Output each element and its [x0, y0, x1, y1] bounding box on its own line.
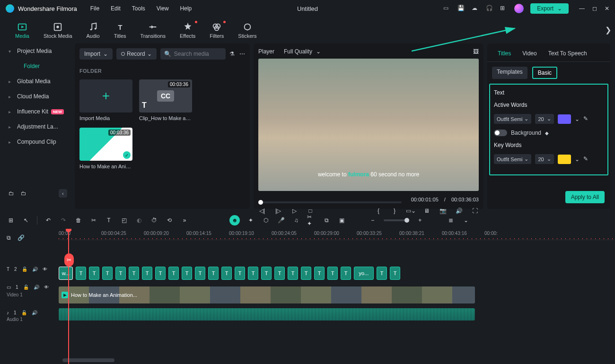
user-avatar[interactable]: [514, 4, 524, 13]
lock-icon[interactable]: 🔓: [22, 267, 27, 272]
text-clip[interactable]: T: [274, 267, 285, 280]
tool-media[interactable]: Media: [12, 20, 32, 41]
filter-icon[interactable]: ⚗: [229, 51, 235, 57]
text-clip[interactable]: yo...: [354, 267, 374, 280]
maximize-button[interactable]: ◻: [592, 5, 597, 12]
tab-video[interactable]: Video: [517, 45, 542, 61]
eyedropper-icon[interactable]: ✎: [583, 156, 591, 163]
text-clip[interactable]: T: [341, 267, 351, 280]
tree-adjustment-layer[interactable]: ▸Adjustment La...: [5, 119, 71, 134]
text-clip[interactable]: T: [195, 267, 205, 280]
video-preview[interactable]: welcome to fulmora 60 second no more: [258, 59, 479, 191]
text-clip[interactable]: T: [168, 267, 179, 280]
tool-titles[interactable]: T Titles: [111, 20, 129, 41]
text-clip[interactable]: T: [142, 267, 152, 280]
redo-button[interactable]: ↷: [59, 216, 68, 225]
text-clip[interactable]: T: [182, 267, 192, 280]
marker-icon[interactable]: ⬡: [262, 216, 270, 225]
media-tile-import[interactable]: + Import Media: [79, 79, 132, 121]
snapshot-icon[interactable]: 🖼: [473, 48, 479, 55]
zoom-out-button[interactable]: −: [369, 216, 377, 225]
audio-track[interactable]: [59, 308, 615, 321]
next-frame-button[interactable]: |▷: [274, 207, 282, 215]
zoom-in-button[interactable]: +: [416, 216, 424, 225]
tool-filters[interactable]: Filters: [207, 20, 227, 41]
display-icon[interactable]: 🖥: [423, 207, 430, 215]
folder-icon[interactable]: 🗀: [21, 190, 26, 197]
eyedropper-icon[interactable]: ✎: [583, 115, 591, 123]
text-clip[interactable]: T: [235, 267, 245, 280]
magnet-icon[interactable]: ⧉: [7, 234, 11, 239]
fullscreen-icon[interactable]: ⛶: [471, 207, 479, 215]
tool-effects[interactable]: Effects: [177, 20, 198, 41]
lock-icon[interactable]: 🔓: [23, 285, 29, 290]
crop-button[interactable]: ◰: [120, 216, 128, 225]
media-tile-video[interactable]: 00:03:36 ✓ How to Make an Anim...: [79, 128, 132, 169]
font-size-dropdown-kw[interactable]: 20⌄: [535, 154, 554, 164]
menu-view[interactable]: View: [157, 5, 169, 12]
text-clip[interactable]: T: [261, 267, 272, 280]
eye-icon[interactable]: 👁: [43, 267, 47, 272]
text-clip[interactable]: T: [76, 267, 86, 280]
text-clip[interactable]: T: [377, 267, 387, 280]
mute-icon[interactable]: 🔊: [32, 267, 38, 272]
tab-tts[interactable]: Text To Speech: [543, 45, 593, 61]
chevron-down-icon[interactable]: ⌄: [575, 156, 580, 163]
video-track[interactable]: ▶ How to Make an Animation...: [59, 286, 615, 304]
subtab-basic[interactable]: Basic: [532, 67, 557, 79]
undo-button[interactable]: ↶: [44, 216, 53, 225]
import-dropdown[interactable]: Import⌄: [79, 48, 113, 60]
tool-transitions[interactable]: Transitions: [138, 20, 168, 41]
text-clip[interactable]: w...: [59, 267, 73, 280]
tool-stock-media[interactable]: Stock Media: [41, 20, 75, 41]
keyframe-icon[interactable]: ▣: [337, 216, 346, 225]
more-icon[interactable]: ⋯: [239, 51, 245, 57]
cursor-icon[interactable]: ↖: [22, 216, 30, 225]
tree-global-media[interactable]: ▸Global Media: [5, 74, 71, 89]
save-icon[interactable]: 💾: [457, 5, 465, 12]
font-family-dropdown-kw[interactable]: Outfit Semi⌄: [494, 154, 531, 164]
subtab-templates[interactable]: Templates: [492, 67, 527, 79]
quality-dropdown[interactable]: Full Quality⌄: [284, 48, 321, 55]
video-clip[interactable]: ▶ How to Make an Animation...: [59, 286, 475, 303]
background-toggle[interactable]: [494, 130, 507, 136]
text-clip[interactable]: T: [102, 267, 113, 280]
layout-icon[interactable]: ⊞: [7, 216, 15, 225]
scissor-marker[interactable]: ✂: [64, 253, 74, 267]
voice-icon[interactable]: 🎤: [277, 216, 285, 225]
screen-record-icon[interactable]: ▭: [443, 5, 451, 12]
record-dropdown[interactable]: Record⌄: [116, 48, 157, 60]
tree-cloud-media[interactable]: ▸Cloud Media: [5, 89, 71, 104]
eye-icon[interactable]: 👁: [44, 285, 49, 290]
text-clip[interactable]: T: [301, 267, 311, 280]
track-head-text[interactable]: T2 🔓 🔊 👁: [0, 262, 59, 276]
minimize-button[interactable]: —: [579, 5, 585, 12]
scrub-track[interactable]: [258, 201, 402, 203]
tree-folder-active[interactable]: Folder: [5, 59, 71, 74]
mute-icon[interactable]: 🔊: [34, 285, 39, 290]
timeline-scrollbar[interactable]: [62, 358, 114, 362]
speed-button[interactable]: ⏱: [150, 216, 158, 225]
new-folder-icon[interactable]: 🗀: [9, 190, 14, 197]
apply-to-all-button[interactable]: Apply to All: [565, 191, 605, 203]
mark-in-icon[interactable]: {: [375, 207, 382, 215]
text-button[interactable]: T: [105, 216, 113, 225]
zoom-slider[interactable]: [384, 219, 409, 221]
tree-compound-clip[interactable]: ▸Compound Clip: [5, 134, 71, 149]
media-tile-cc[interactable]: 00:03:36 CC T Clip_How to Make an ...: [139, 79, 192, 121]
font-size-dropdown[interactable]: 20⌄: [535, 114, 554, 124]
music-icon[interactable]: ♫: [292, 216, 300, 225]
text-clip[interactable]: T: [221, 267, 232, 280]
toolbar-next-arrow[interactable]: ❯: [605, 26, 611, 35]
fit-icon[interactable]: ≣: [447, 216, 455, 225]
headphones-icon[interactable]: 🎧: [486, 5, 493, 12]
menu-help[interactable]: Help: [180, 5, 192, 12]
audio-clip[interactable]: [59, 308, 475, 321]
mute-icon[interactable]: 🔊: [32, 310, 37, 315]
scrub-knob[interactable]: [258, 200, 263, 205]
text-track[interactable]: w...TTTTTTTTTTTTTTTTTTTTTyo...TT: [59, 267, 615, 283]
volume-icon[interactable]: 🔊: [455, 207, 463, 215]
more-tools-button[interactable]: »: [180, 216, 189, 225]
font-family-dropdown[interactable]: Outfit Semi⌄: [494, 114, 531, 124]
cloud-icon[interactable]: ☁: [472, 5, 479, 12]
